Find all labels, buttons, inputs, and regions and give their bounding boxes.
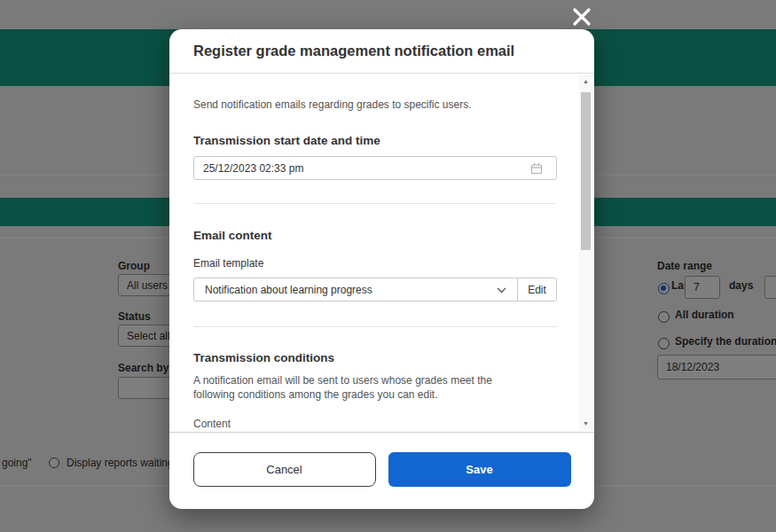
cancel-button[interactable]: Cancel (193, 452, 376, 487)
dialog-header: Register grade management notification e… (169, 29, 594, 74)
register-notification-email-dialog: Register grade management notification e… (169, 29, 594, 509)
email-template-label: Email template (193, 257, 263, 270)
divider (193, 203, 557, 204)
page: Group All users Status Select all Search… (0, 0, 776, 532)
email-template-row: Notification about learning progress Edi… (193, 278, 557, 301)
save-button[interactable]: Save (388, 452, 571, 487)
transmission-conditions-description: A notification email will be sent to use… (193, 373, 534, 402)
content-label: Content (193, 418, 231, 430)
divider (193, 326, 557, 327)
scrollbar-track[interactable]: ▲ ▼ (579, 74, 592, 431)
transmission-conditions-heading: Transmission conditions (193, 351, 334, 364)
email-content-heading: Email content (193, 229, 272, 242)
dialog-title: Register grade management notification e… (193, 43, 514, 59)
calendar-icon[interactable] (530, 162, 543, 178)
scroll-down-icon[interactable]: ▼ (579, 419, 592, 429)
chevron-down-icon (497, 284, 506, 296)
edit-template-button[interactable]: Edit (517, 278, 557, 301)
dialog-scroll-area: Send notification emails regarding grade… (169, 74, 594, 433)
close-icon[interactable] (568, 4, 596, 31)
transmission-start-heading: Transmission start date and time (193, 134, 380, 147)
email-template-value: Notification about learning progress (205, 284, 372, 296)
dialog-intro-text: Send notification emails regarding grade… (193, 98, 472, 111)
dialog-footer: Cancel Save (169, 433, 594, 509)
scrollbar-thumb[interactable] (581, 92, 591, 250)
start-datetime-input[interactable] (193, 156, 557, 180)
scroll-up-icon[interactable]: ▲ (579, 76, 592, 87)
email-template-select[interactable]: Notification about learning progress (193, 278, 518, 301)
